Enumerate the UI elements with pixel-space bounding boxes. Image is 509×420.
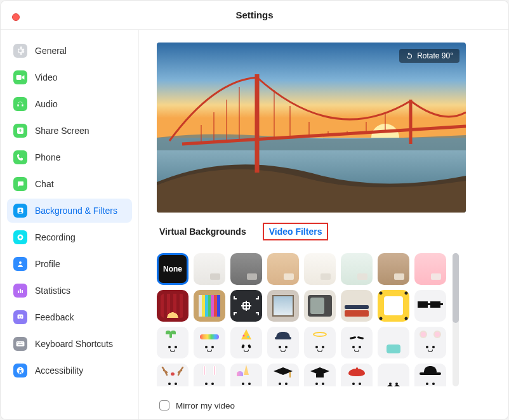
- preview-image-golden-gate: [157, 43, 466, 213]
- svg-marker-42: [241, 329, 251, 339]
- filter-rainbow[interactable]: [194, 327, 225, 358]
- window-body: General Video Audio Share Screen: [1, 30, 508, 419]
- sidebar-item-label: Phone: [35, 152, 60, 162]
- sidebar-item-audio[interactable]: Audio: [7, 92, 132, 116]
- tab-video-filters[interactable]: Video Filters: [263, 223, 329, 240]
- sidebar-item-profile[interactable]: Profile: [7, 252, 132, 276]
- sidebar-item-label: Keyboard Shortcuts: [35, 339, 113, 349]
- filter-black-hat[interactable]: [414, 364, 446, 386]
- scrollbar-thumb[interactable]: [453, 253, 459, 323]
- filter-none[interactable]: None: [157, 253, 188, 285]
- filters-grid-wrap: None: [157, 253, 491, 386]
- filter-bear-ears[interactable]: [414, 327, 446, 358]
- svg-marker-45: [244, 365, 249, 375]
- filter-party-hat[interactable]: [230, 327, 262, 358]
- window-title: Settings: [235, 10, 273, 20]
- record-icon: [13, 230, 27, 244]
- svg-point-20: [20, 368, 21, 369]
- filter-unicorn[interactable]: [230, 364, 262, 386]
- sidebar-item-phone[interactable]: Phone: [7, 145, 132, 169]
- svg-rect-41: [440, 303, 443, 305]
- sidebar-item-feedback[interactable]: Feedback: [7, 305, 132, 329]
- bgfilters-icon: [13, 204, 27, 218]
- filter-room-brown[interactable]: [378, 253, 409, 285]
- filter-beret[interactable]: [341, 364, 373, 386]
- filter-room-white[interactable]: [304, 253, 336, 285]
- filter-theater[interactable]: [157, 290, 188, 322]
- svg-rect-39: [430, 301, 440, 308]
- svg-rect-16: [20, 343, 21, 343]
- video-icon: [13, 70, 27, 84]
- svg-point-12: [21, 316, 22, 317]
- filter-room-pink[interactable]: [414, 253, 446, 285]
- sidebar-item-label: Share Screen: [35, 126, 89, 136]
- filter-retro-tv-bars[interactable]: [194, 290, 225, 322]
- stats-icon: [13, 284, 27, 298]
- filter-room-tan[interactable]: [267, 253, 299, 285]
- filter-room-gray[interactable]: [230, 253, 262, 285]
- sidebar-item-statistics[interactable]: Statistics: [7, 279, 132, 303]
- filter-antlers[interactable]: [157, 364, 188, 386]
- rotate-icon: [406, 52, 413, 60]
- filter-crt-tv[interactable]: [304, 290, 336, 322]
- svg-rect-18: [18, 345, 23, 345]
- share-screen-icon: [13, 124, 27, 138]
- svg-point-11: [19, 316, 20, 317]
- sidebar-item-label: Recording: [35, 232, 76, 242]
- svg-point-5: [19, 236, 22, 239]
- video-preview: Rotate 90°: [157, 43, 466, 213]
- svg-point-44: [248, 336, 249, 338]
- filter-grad-cap-2[interactable]: [304, 364, 336, 386]
- svg-rect-38: [418, 301, 428, 308]
- filter-pixel-glasses[interactable]: [414, 290, 446, 322]
- filter-halo[interactable]: [304, 327, 336, 358]
- filters-grid: None: [157, 253, 446, 386]
- filter-bunny-ears[interactable]: [194, 364, 225, 386]
- svg-point-3: [20, 209, 22, 211]
- filter-window-frame[interactable]: [267, 290, 299, 322]
- phone-icon: [13, 150, 27, 164]
- mirror-checkbox[interactable]: [159, 400, 169, 410]
- tabs: Virtual Backgrounds Video Filters: [157, 220, 491, 246]
- svg-rect-14: [17, 343, 18, 343]
- filter-grad-cap[interactable]: [267, 364, 299, 386]
- filter-room-light[interactable]: [194, 253, 225, 285]
- tab-virtual-backgrounds[interactable]: Virtual Backgrounds: [157, 224, 249, 239]
- svg-rect-9: [22, 290, 23, 293]
- sidebar-item-general[interactable]: General: [7, 39, 132, 63]
- sidebar-item-label: Chat: [35, 179, 54, 189]
- filter-emoji-frame[interactable]: [378, 290, 409, 322]
- svg-rect-0: [17, 75, 22, 80]
- svg-rect-13: [17, 341, 25, 346]
- filter-sprout[interactable]: [157, 327, 188, 358]
- rotate-button[interactable]: Rotate 90°: [399, 49, 459, 63]
- sidebar-item-label: Accessibility: [35, 365, 83, 376]
- sidebar-item-background-filters[interactable]: Background & Filters: [7, 199, 132, 223]
- filter-news-frame[interactable]: [341, 290, 373, 322]
- filter-room-mint[interactable]: [341, 253, 373, 285]
- filter-face-mask[interactable]: [378, 327, 409, 358]
- filter-mustache[interactable]: [378, 364, 409, 386]
- sidebar-item-recording[interactable]: Recording: [7, 225, 132, 249]
- sidebar-item-video[interactable]: Video: [7, 65, 132, 89]
- mirror-label: Mirror my video: [176, 401, 235, 410]
- sidebar-item-chat[interactable]: Chat: [7, 172, 132, 196]
- filter-eyebrows[interactable]: [341, 327, 373, 358]
- footer: Mirror my video: [157, 394, 491, 413]
- sidebar-item-label: Statistics: [35, 285, 70, 296]
- svg-rect-40: [428, 303, 430, 305]
- sidebar-item-keyboard-shortcuts[interactable]: Keyboard Shortcuts: [7, 332, 132, 356]
- svg-point-43: [243, 335, 245, 337]
- filter-camera-frame[interactable]: [230, 290, 262, 322]
- sidebar-item-accessibility[interactable]: Accessibility: [7, 358, 132, 383]
- filter-cap[interactable]: [267, 327, 299, 358]
- gear-icon: [13, 44, 27, 58]
- sidebar-item-share-screen[interactable]: Share Screen: [7, 119, 132, 143]
- accessibility-icon: [13, 364, 27, 377]
- close-button[interactable]: [12, 13, 20, 21]
- filters-scrollbar[interactable]: [453, 253, 459, 386]
- main-panel: Rotate 90° Virtual Backgrounds Video Fil…: [139, 30, 508, 419]
- sidebar: General Video Audio Share Screen: [1, 30, 139, 419]
- settings-window: Settings General Video Audio: [0, 0, 509, 420]
- chat-icon: [13, 177, 27, 191]
